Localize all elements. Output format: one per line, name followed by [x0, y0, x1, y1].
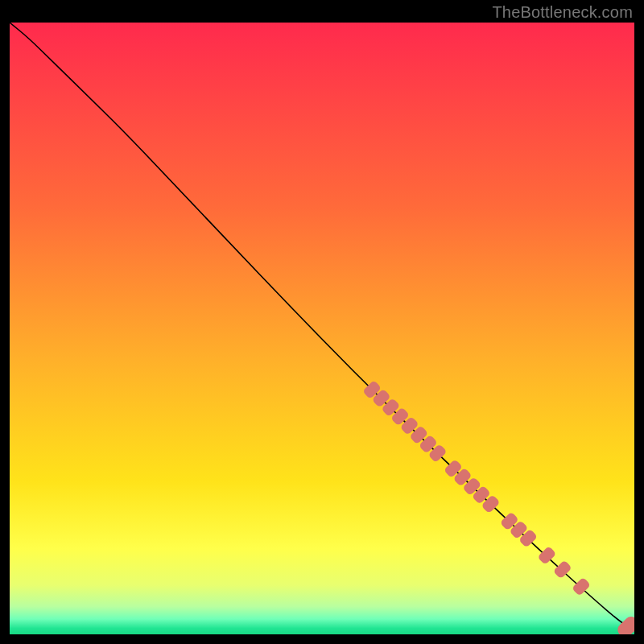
bottleneck-chart — [10, 23, 634, 634]
plot-background-gradient — [10, 23, 634, 634]
watermark-text: TheBottleneck.com — [492, 3, 633, 22]
chart-stage: TheBottleneck.com — [0, 0, 644, 644]
